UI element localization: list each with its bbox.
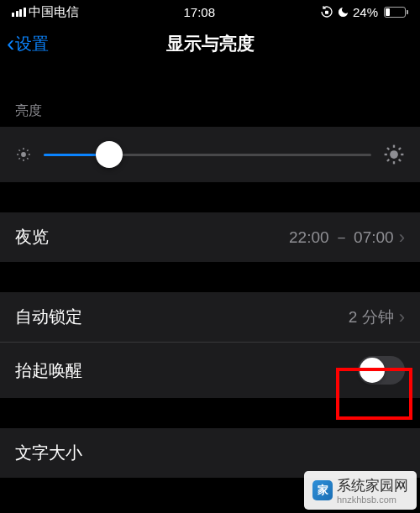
- auto-lock-value: 2 分钟: [349, 306, 394, 328]
- chevron-right-icon: ›: [399, 306, 405, 328]
- svg-point-10: [390, 150, 398, 159]
- carrier-label: 中国电信: [29, 4, 79, 20]
- status-time: 17:08: [183, 5, 215, 19]
- battery-percent: 24%: [353, 5, 378, 19]
- chevron-right-icon: ›: [399, 227, 405, 249]
- back-button[interactable]: ‹ 设置: [7, 32, 49, 55]
- svg-line-7: [27, 158, 28, 159]
- back-label: 设置: [15, 33, 49, 55]
- slider-thumb[interactable]: [96, 141, 123, 168]
- sun-small-icon: [15, 146, 32, 163]
- svg-point-1: [21, 152, 26, 157]
- watermark: 家 系统家园网 hnzkhbsb.com: [304, 471, 417, 510]
- text-size-label: 文字大小: [15, 442, 82, 464]
- svg-rect-0: [325, 11, 328, 14]
- auto-lock-cell[interactable]: 自动锁定 2 分钟 ›: [0, 292, 420, 342]
- sun-large-icon: [383, 144, 405, 165]
- nav-bar: ‹ 设置 显示与亮度: [0, 24, 420, 67]
- watermark-name: 系统家园网: [337, 478, 408, 494]
- svg-line-9: [27, 149, 28, 150]
- auto-lock-label: 自动锁定: [15, 306, 82, 328]
- raise-to-wake-toggle[interactable]: [358, 356, 405, 385]
- brightness-slider-cell: [0, 127, 420, 182]
- page-title: 显示与亮度: [166, 32, 255, 55]
- svg-line-8: [18, 158, 19, 159]
- raise-to-wake-cell: 抬起唤醒: [0, 342, 420, 398]
- brightness-slider[interactable]: [44, 154, 371, 156]
- svg-line-6: [18, 149, 19, 150]
- svg-line-18: [399, 148, 401, 149]
- raise-to-wake-label: 抬起唤醒: [15, 359, 82, 382]
- watermark-url: hnzkhbsb.com: [337, 495, 408, 505]
- svg-line-15: [387, 148, 389, 149]
- signal-icon: [12, 8, 26, 17]
- night-shift-value: 22:00 － 07:00: [289, 227, 394, 249]
- watermark-logo-icon: 家: [312, 480, 333, 500]
- rotation-lock-icon: [320, 5, 333, 18]
- status-bar: 中国电信 17:08 24%: [0, 0, 420, 24]
- chevron-left-icon: ‹: [7, 32, 14, 55]
- night-shift-cell[interactable]: 夜览 22:00 － 07:00 ›: [0, 212, 420, 262]
- brightness-header: 亮度: [0, 97, 420, 127]
- svg-line-16: [399, 160, 401, 161]
- svg-line-17: [387, 160, 389, 161]
- moon-icon: [337, 6, 349, 18]
- battery-icon: [381, 7, 408, 18]
- night-shift-label: 夜览: [15, 226, 49, 249]
